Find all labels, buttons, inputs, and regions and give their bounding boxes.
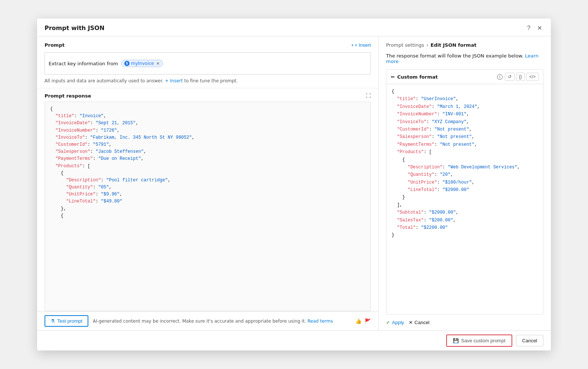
json-line: "Description": "Web Development Services… [392, 164, 538, 171]
json-button[interactable]: {} [516, 73, 525, 81]
prompt-section-header: Prompt + + Insert [45, 42, 371, 48]
breadcrumb: Prompt settings › Edit JSON format [386, 42, 543, 48]
json-line: "Quantity": "20", [392, 171, 538, 178]
code-line: "InvoiceDate": "Sept 21, 2015", [50, 120, 365, 127]
breadcrumb-current: Edit JSON format [431, 42, 477, 48]
response-section: Prompt response ⛶ { "title": "Invoice", … [37, 88, 378, 311]
code-line: }, [50, 205, 365, 212]
dialog-footer: 💾 Save custom prompt Cancel [37, 330, 551, 350]
json-line: "Products": [ [392, 148, 538, 156]
prompt-input-area[interactable]: Extract key information from S myInvoice… [45, 52, 371, 75]
dialog-body: Prompt + + Insert Extract key informatio… [37, 36, 551, 330]
pencil-icon: ✏ [391, 74, 395, 80]
json-line: "Total": "$2200.00" [392, 224, 538, 231]
right-panel: Prompt settings › Edit JSON format The r… [379, 36, 551, 330]
code-line: "title": "Invoice", [50, 113, 365, 120]
cancel-right-button[interactable]: ✕ Cancel [409, 320, 429, 325]
help-button[interactable]: ? [526, 24, 532, 32]
code-line: "PaymentTerms": "Due on Receipt", [50, 155, 365, 162]
custom-format-title: Custom format [397, 74, 495, 80]
save-icon: 💾 [453, 338, 459, 343]
expand-button[interactable]: ⛶ [366, 93, 371, 99]
left-panel: Prompt + + Insert Extract key informatio… [37, 36, 379, 330]
code-line: "InvoiceTo": "Fabrikam, Inc. 345 North S… [50, 134, 365, 141]
thumbs-up-button[interactable]: 👍 [355, 318, 362, 324]
right-actions: ✓ Apply ✕ Cancel [386, 314, 543, 330]
close-icon: ✕ [537, 25, 542, 31]
json-line: "PaymentTerms": "Not present", [392, 141, 538, 148]
fine-tune-insert-link[interactable]: + Insert [165, 78, 183, 83]
chip-close-icon[interactable]: ✕ [156, 61, 160, 66]
code-line: "CustomerId": "5791", [50, 141, 365, 148]
right-description: The response format will follow the JSON… [386, 53, 543, 64]
json-line: "UnitPrice": "$100/hour", [392, 179, 538, 186]
code-button[interactable]: </> [526, 73, 539, 81]
bottom-bar: ⚗ Test prompt AI-generated content may b… [37, 311, 378, 330]
insert-button[interactable]: + + Insert [351, 42, 371, 48]
help-icon: ? [527, 25, 530, 31]
response-header: Prompt response ⛶ [45, 93, 371, 99]
plus-icon: + [351, 42, 354, 48]
prompt-with-json-dialog: Prompt with JSON ? ✕ Prompt + + Insert [37, 19, 551, 350]
variable-chip: S myInvoice ✕ [121, 60, 163, 67]
json-editor[interactable]: { "title": "UserInvoice", "InvoiceDate":… [386, 84, 543, 314]
header-icons: ? ✕ [526, 24, 543, 32]
dialog-header: Prompt with JSON ? ✕ [37, 19, 551, 36]
breadcrumb-separator: › [427, 42, 428, 48]
x-icon: ✕ [409, 320, 413, 325]
feedback-icons: 👍 🚩 [355, 318, 371, 324]
json-line: "LineTotal": "$2000.00" [392, 186, 538, 194]
json-line: "InvoiceNumber": "INV-001", [392, 111, 538, 118]
prompt-text: Extract key information from [49, 61, 118, 66]
dialog-title: Prompt with JSON [45, 24, 104, 32]
save-custom-prompt-button[interactable]: 💾 Save custom prompt [446, 335, 512, 347]
code-line: "LineTotal": "$49.80" [50, 198, 365, 205]
custom-format-header: ✏ Custom format i ↺ {} </> [386, 70, 543, 84]
json-line: } [392, 194, 538, 201]
code-line: "InvoiceNumber": "1726", [50, 127, 365, 134]
code-line: "UnitPrice": "$9.96", [50, 191, 365, 198]
chip-icon: S [124, 61, 130, 66]
json-line: "SalesTax": "$200.00", [392, 217, 538, 224]
prompt-section: Prompt + + Insert Extract key informatio… [37, 36, 378, 88]
code-line: { [50, 212, 365, 220]
json-line: "InvoiceTo": "XYZ Company", [392, 118, 538, 126]
json-line: "InvoiceDate": "March 1, 2024", [392, 103, 538, 111]
json-line: "CustomerId": "Not present", [392, 126, 538, 133]
chip-label: myInvoice [131, 61, 154, 66]
apply-button[interactable]: ✓ Apply [386, 320, 404, 325]
json-line: { [392, 156, 538, 164]
thumbs-down-button[interactable]: 🚩 [365, 318, 371, 324]
format-toolbar: ↺ {} </> [505, 73, 539, 81]
reset-button[interactable]: ↺ [505, 73, 514, 81]
info-icon: i [497, 74, 503, 80]
code-line: "Description": "Pool filter cartridge", [50, 177, 365, 184]
response-code-area[interactable]: { "title": "Invoice", "InvoiceDate": "Se… [45, 102, 371, 311]
breadcrumb-parent: Prompt settings [386, 42, 424, 48]
json-line: "Subtotal": "$2000.00", [392, 209, 538, 216]
checkmark-icon: ✓ [386, 320, 390, 325]
code-line: "Products": [ [50, 163, 365, 170]
footer-cancel-button[interactable]: Cancel [516, 335, 543, 346]
fine-tune-text: All inputs and data are automatically us… [45, 78, 371, 83]
json-line: } [392, 231, 538, 239]
json-line: "Salesperson": "Not present", [392, 133, 538, 141]
close-button[interactable]: ✕ [536, 24, 543, 32]
prompt-label: Prompt [45, 42, 65, 48]
read-terms-link[interactable]: Read terms [307, 319, 333, 324]
code-line: { [50, 170, 365, 177]
json-line: "title": "UserInvoice", [392, 95, 538, 103]
ai-disclaimer: AI-generated content may be incorrect. M… [93, 319, 351, 324]
json-line: ], [392, 201, 538, 209]
code-line: "Salesperson": "Jacob Steffensen", [50, 148, 365, 155]
json-line: { [392, 88, 538, 95]
test-prompt-button[interactable]: ⚗ Test prompt [45, 315, 88, 327]
code-line: { [50, 106, 365, 113]
response-label: Prompt response [45, 93, 91, 99]
code-line: "Quantity": "05", [50, 184, 365, 191]
custom-format-box: ✏ Custom format i ↺ {} </> { "title": "U… [386, 69, 543, 314]
flask-icon: ⚗ [50, 318, 55, 324]
